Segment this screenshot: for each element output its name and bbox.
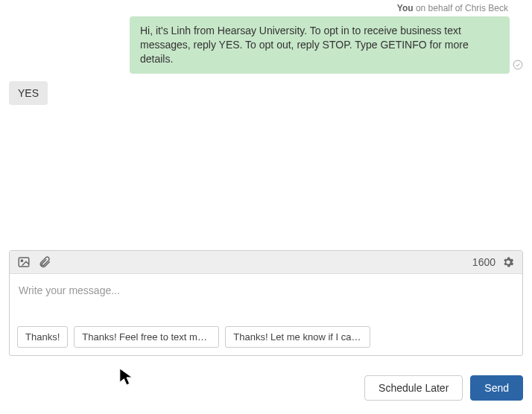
message-input[interactable]: Write your message... (10, 274, 522, 319)
outgoing-message-bubble: Hi, it's Linh from Hearsay University. T… (130, 16, 510, 74)
mouse-cursor (118, 367, 135, 389)
sender-line: You on behalf of Chris Beck (9, 0, 523, 16)
image-icon[interactable] (17, 255, 31, 269)
suggestion-chip[interactable]: Thanks! Let me know if I can help. (225, 326, 370, 348)
gear-icon[interactable] (501, 255, 515, 269)
sender-on-behalf: on behalf of Chris Beck (416, 3, 508, 13)
incoming-message-row: YES (9, 81, 523, 105)
char-count: 1600 (472, 256, 495, 268)
incoming-message-bubble: YES (9, 81, 48, 105)
footer-buttons: Schedule Later Send (364, 375, 523, 401)
send-button[interactable]: Send (470, 375, 523, 401)
composer-toolbar: 1600 (10, 251, 522, 274)
conversation-thread: You on behalf of Chris Beck Hi, it's Lin… (0, 0, 532, 105)
sender-you: You (397, 3, 414, 13)
outgoing-message-row: Hi, it's Linh from Hearsay University. T… (9, 16, 523, 74)
svg-point-0 (513, 60, 522, 69)
suggestion-chip[interactable]: Thanks! Feel free to text me anytime. (74, 326, 219, 348)
suggestion-chip[interactable]: Thanks! (17, 326, 68, 348)
message-composer: 1600 Write your message... Thanks! Thank… (9, 250, 523, 356)
schedule-later-button[interactable]: Schedule Later (364, 375, 463, 401)
svg-point-2 (21, 260, 22, 261)
suggestion-row: Thanks! Thanks! Feel free to text me any… (10, 319, 522, 355)
attachment-icon[interactable] (38, 255, 51, 269)
delivered-icon (513, 60, 523, 74)
